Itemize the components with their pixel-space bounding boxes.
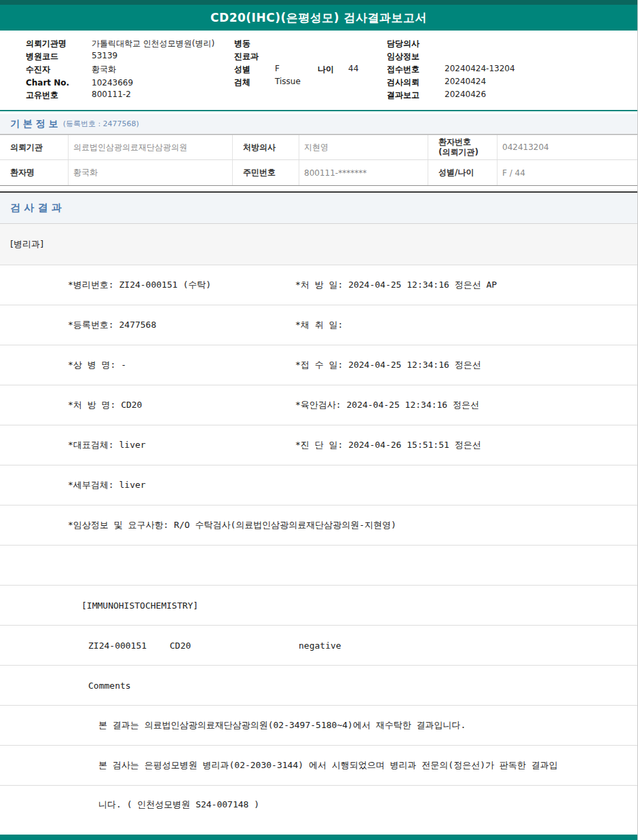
field-value: F / 44 [497, 160, 637, 185]
section-title: 기 본 정 보 [10, 118, 58, 130]
section-title: 검 사 결 과 [10, 202, 62, 214]
field-value: 800111-2 [92, 90, 131, 101]
field-value: Tissue [275, 77, 301, 88]
field-value: 042413204 [497, 135, 637, 159]
patient-header-row: Chart No. 10243669 검체 Tissue 검사의뢰 202404… [26, 76, 637, 89]
comment-line: 본 결과는 의료법인삼광의료재단삼광의원(02-3497-5180~4)에서 재… [0, 719, 466, 731]
top-accent-strip [0, 0, 637, 5]
department-row: [병리과] [0, 224, 637, 265]
result-row: *대표검체: liver *진 단 일: 2024-04-26 15:51:51… [0, 425, 637, 465]
field-label: 성별 [234, 64, 275, 75]
field-sex-age: 성별 F 나이 44 [234, 64, 387, 75]
field-label: 결과보고 [387, 90, 445, 101]
main-specimen: *대표검체: liver [68, 439, 295, 451]
field-referrer-name: 의뢰기관명 가톨릭대학교 인천성모병원(병리) [26, 38, 234, 50]
field-patient-name: 수진자 황국화 [26, 64, 234, 75]
field-specimen: 검체 Tissue [234, 77, 387, 88]
result-row: *병리번호: ZI24-000151 (수탁) *처 방 일: 2024-04-… [0, 265, 637, 305]
result-row: *세부검체: liver [0, 465, 637, 505]
diagnosis-date: *진 단 일: 2024-04-26 15:51:51 정은선 [295, 439, 637, 451]
receipt-date: *접 수 일: 2024-04-25 12:34:16 정은선 [295, 359, 637, 371]
field-label: 의뢰기관명 [26, 38, 92, 50]
table-row: 환자명 황국화 주민번호 800111-******* 성별/나이 F / 44 [0, 160, 637, 185]
comments-label: Comments [0, 681, 131, 691]
field-label: Chart No. [26, 78, 92, 88]
field-doctor-in-charge: 담당의사 [387, 38, 637, 50]
result-row: *임상정보 및 요구사항: R/O 수탁검사(의료법인삼광의료재단삼광의원-지현… [0, 505, 637, 546]
field-accession-number: 접수번호 20240424-13204 [387, 64, 637, 75]
field-label: 주민번호 [232, 160, 299, 185]
pathology-number: *병리번호: ZI24-000151 (수탁) [68, 279, 295, 291]
results-section-header: 검 사 결 과 [0, 191, 637, 224]
field-request-date: 검사의뢰 20240424 [387, 77, 637, 88]
field-value: 44 [348, 64, 358, 75]
field-label: 환자번호 (의뢰기관) [428, 135, 497, 159]
clinical-info-line: *임상정보 및 요구사항: R/O 수탁검사(의료법인삼광의료재단삼광의원-지현… [0, 519, 396, 531]
field-clinical-info: 임상정보 [387, 51, 637, 62]
result-row: *처 방 명: CD20 *육안검사: 2024-04-25 12:34:16 … [0, 385, 637, 425]
basic-info-table: 의뢰기관 의료법인삼광의료재단삼광의원 처방의사 지현영 환자번호 (의뢰기관)… [0, 134, 637, 186]
field-value: 황국화 [92, 64, 116, 75]
result-row: *등록번호: 2477568 *채 취 일: [0, 305, 637, 345]
patient-header-row: 병원코드 53139 진료과 임상정보 [26, 50, 637, 63]
report-title: CD20(IHC)(은평성모) 검사결과보고서 [210, 10, 427, 26]
field-value: 20240426 [445, 90, 486, 101]
table-row: 의뢰기관 의료법인삼광의료재단삼광의원 처방의사 지현영 환자번호 (의뢰기관)… [0, 135, 637, 160]
field-value: 황국화 [68, 160, 232, 185]
field-label: 병동 [234, 38, 275, 50]
sub-specimen: *세부검체: liver [0, 479, 146, 491]
field-value: 20240424-13204 [445, 64, 515, 75]
field-label: 병원코드 [26, 51, 92, 62]
order-name: *처 방 명: CD20 [68, 399, 295, 411]
field-value: 가톨릭대학교 인천성모병원(병리) [92, 38, 214, 50]
field-label: 수진자 [26, 64, 92, 75]
diagnosis-name: *상 병 명: - [68, 359, 295, 371]
field-value: 20240424 [445, 77, 486, 88]
ihc-header: [IMMUNOHISTOCHEMISTRY] [0, 600, 198, 611]
divider-rule [0, 110, 637, 111]
field-label: 임상정보 [387, 51, 445, 62]
field-value: 10243669 [92, 78, 133, 88]
patient-header: 의뢰기관명 가톨릭대학교 인천성모병원(병리) 병동 담당의사 병원코드 531… [0, 31, 637, 110]
ihc-result-value: negative [299, 641, 341, 651]
field-value: 800111-******* [299, 160, 428, 185]
field-label: 나이 [318, 64, 348, 75]
field-label: 성별/나이 [428, 160, 497, 185]
collection-date: *채 취 일: [295, 319, 637, 331]
field-hospital-code: 병원코드 53139 [26, 51, 234, 62]
field-value: 의료법인삼광의료재단삼광의원 [68, 135, 232, 159]
field-label: 담당의사 [387, 38, 445, 50]
ihc-test-name: CD20 [170, 641, 299, 651]
spacer [0, 186, 637, 191]
gross-exam-date: *육안검사: 2024-04-25 12:34:16 정은선 [295, 399, 637, 411]
patient-header-row: 고유번호 800111-2 결과보고 20240426 [26, 89, 637, 102]
order-date: *처 방 일: 2024-04-25 12:34:16 정은선 AP [295, 279, 637, 291]
field-department: 진료과 [234, 51, 387, 62]
field-chart-no: Chart No. 10243669 [26, 78, 234, 88]
field-label: 처방의사 [232, 135, 299, 159]
field-label: 환자명 [0, 160, 68, 185]
field-value: 지현영 [299, 135, 428, 159]
comment-line: 본 검사는 은평성모병원 병리과(02-2030-3144) 에서 시행되었으며… [0, 759, 558, 771]
report-page: CD20(IHC)(은평성모) 검사결과보고서 의뢰기관명 가톨릭대학교 인천성… [0, 0, 638, 840]
result-row: *상 병 명: - *접 수 일: 2024-04-25 12:34:16 정은… [0, 345, 637, 385]
ihc-specimen-no: ZI24-000151 [88, 641, 170, 651]
patient-header-row: 수진자 황국화 성별 F 나이 44 접수번호 20240424-13204 [26, 63, 637, 76]
ihc-header-row: [IMMUNOHISTOCHEMISTRY] [0, 586, 637, 626]
comment-row: 니다. ( 인천성모병원 S24-007148 ) [0, 786, 637, 824]
field-label: 검사의뢰 [387, 77, 445, 88]
bottom-accent-strip [0, 835, 637, 840]
field-label: 진료과 [234, 51, 275, 62]
field-label: 의뢰기관 [0, 135, 68, 159]
ihc-result-row: ZI24-000151 CD20 negative [0, 626, 637, 666]
field-value: F [275, 64, 318, 75]
comment-row: 본 검사는 은평성모병원 병리과(02-2030-3144) 에서 시행되었으며… [0, 746, 637, 786]
field-unique-number: 고유번호 800111-2 [26, 90, 234, 101]
registration-note: (등록번호 : 2477568) [63, 119, 139, 129]
field-ward: 병동 [234, 38, 387, 50]
empty-row [0, 546, 637, 586]
comments-label-row: Comments [0, 666, 637, 706]
field-report-date: 결과보고 20240426 [387, 90, 637, 101]
results-body: [병리과] *병리번호: ZI24-000151 (수탁) *처 방 일: 20… [0, 224, 637, 824]
field-label: 검체 [234, 77, 275, 88]
